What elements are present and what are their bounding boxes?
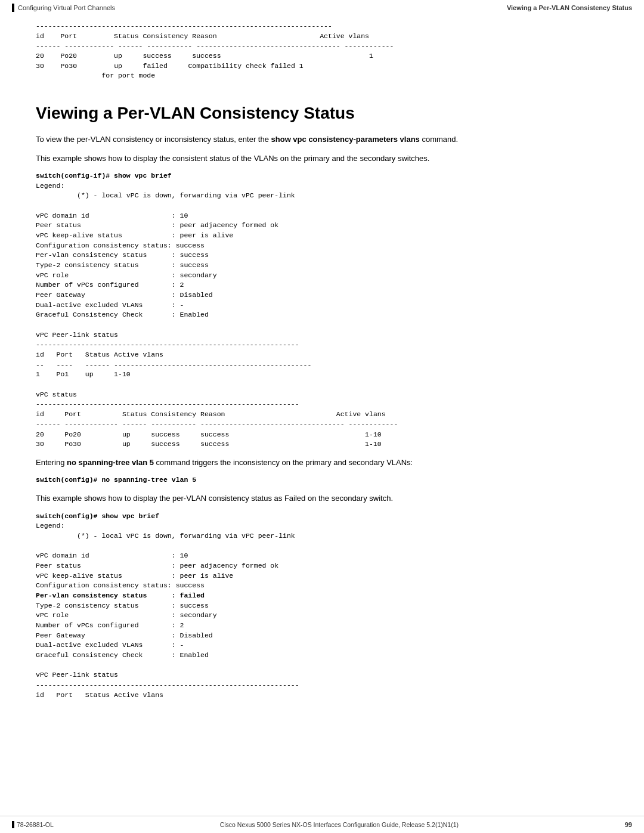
cb1-legend: Legend:	[36, 182, 64, 190]
footer-right-text: 99	[625, 821, 632, 828]
cb2-dual-active: Dual-active excluded VLANs : -	[36, 641, 184, 649]
cb1-peer-gw: Peer Gateway : Disabled	[36, 291, 213, 299]
footer-left: 78-26881-OL	[12, 821, 54, 828]
entering-bold: no spanning-tree vlan 5	[67, 458, 154, 467]
cb2-cmd: switch(config)# show vpc brief	[36, 512, 159, 520]
code-block2: switch(config)# show vpc brief Legend: (…	[36, 512, 608, 701]
top-code-table: ----------------------------------------…	[36, 21, 608, 81]
cb1-peerlink-col: id Port Status Active vlans	[36, 351, 163, 358]
footer-center-text: Cisco Nexus 5000 Series NX-OS Interfaces…	[54, 821, 625, 828]
top-separator: ----------------------------------------…	[36, 22, 332, 30]
cb1-vpc-domain: vPC domain id : 10	[36, 212, 188, 219]
cb2-peerlink-header: vPC Peer-link status	[36, 671, 118, 679]
header-bar: Configuring Virtual Port Channels Viewin…	[0, 0, 644, 16]
cb1-vpc-role: vPC role : secondary	[36, 271, 217, 279]
cb1-dual-active: Dual-active excluded VLANs : -	[36, 301, 184, 309]
cb2-per-vlan-line: Per-vlan consistency status : failed	[36, 592, 205, 599]
top-row1: 20 Po20 up success success 1	[36, 52, 373, 60]
cmd-line-text: switch(config)# no spanning-tree vlan 5	[36, 476, 196, 484]
cb1-config-consistency: Configuration consistency status: succes…	[36, 241, 205, 249]
cb2-peerlink-sep: ----------------------------------------…	[36, 681, 299, 689]
cb1-type2: Type-2 consistency status : success	[36, 261, 209, 269]
cb2-per-vlan-label: Per-vlan consistency status	[36, 592, 147, 599]
cb2-peer-status: Peer status : peer adjacency formed ok	[36, 562, 278, 569]
cb1-graceful: Graceful Consistency Check : Enabled	[36, 311, 209, 318]
top-table-dashes: ------ ------------ ------ ----------- -…	[36, 42, 394, 49]
footer-accent	[12, 821, 14, 828]
top-table-header: id Port Status Consistency Reason Active…	[36, 32, 369, 40]
cb2-legend-note: (*) - local vPC is down, forwarding via …	[36, 532, 295, 540]
cb1-vpc-row2: 30 Po30 up success success 1-10	[36, 440, 382, 448]
cb2-vpc-role: vPC role : secondary	[36, 611, 217, 619]
cb1-vpc-row1: 20 Po20 up success success 1-10	[36, 431, 382, 438]
cmd-line: switch(config)# no spanning-tree vlan 5	[36, 475, 608, 485]
header-left-text: Configuring Virtual Port Channels	[18, 4, 115, 11]
cb1-cmd: switch(config-if)# show vpc brief	[36, 172, 172, 179]
top-row2-consistency: failed	[143, 62, 167, 70]
cb1-vpc-status-header: vPC status	[36, 391, 77, 398]
cb1-peerlink-header: vPC Peer-link status	[36, 331, 118, 339]
header-accent	[12, 4, 14, 12]
cb2-keepalive: vPC keep-alive status : peer is alive	[36, 572, 233, 580]
example-text: This example shows how to display the pe…	[36, 493, 608, 504]
cb1-vpc-status-sep: ----------------------------------------…	[36, 400, 299, 408]
cb1-peer-status: Peer status : peer adjacency formed ok	[36, 221, 278, 229]
cb1-peerlink-row: 1 Po1 up 1-10	[36, 370, 131, 378]
cb1-peerlink-dash: -- ---- ------ -------------------------…	[36, 361, 311, 368]
main-content: Viewing a Per-VLAN Consistency Status To…	[0, 92, 644, 731]
section-heading: Viewing a Per-VLAN Consistency Status	[36, 104, 608, 123]
top-code-section: ----------------------------------------…	[0, 16, 644, 92]
cb1-vpc-status-dash: ------ ------------- ------ ----------- …	[36, 420, 398, 428]
cb2-num-vpcs: Number of vPCs configured : 2	[36, 621, 184, 629]
cb1-vpc-status-col: id Port Status Consistency Reason Active…	[36, 410, 386, 418]
cb2-peer-gw: Peer Gateway : Disabled	[36, 631, 213, 639]
cb1-num-vpcs: Number of vPCs configured : 2	[36, 281, 184, 289]
cb1-legend-note: (*) - local vPC is down, forwarding via …	[36, 191, 295, 199]
cb2-vpc-domain: vPC domain id : 10	[36, 552, 188, 559]
intro-paragraph2: This example shows how to display the co…	[36, 153, 608, 165]
intro-bold2: vlans	[400, 135, 420, 144]
cb2-graceful: Graceful Consistency Check : Enabled	[36, 651, 209, 659]
top-row2-id: 30	[36, 62, 44, 70]
cb2-per-vlan-value: : failed	[172, 592, 205, 599]
footer-left-text: 78-26881-OL	[17, 821, 54, 828]
cb1-keepalive: vPC keep-alive status : peer is alive	[36, 231, 233, 239]
header-left: Configuring Virtual Port Channels	[12, 4, 115, 12]
cb2-legend: Legend:	[36, 522, 64, 529]
page-container: Configuring Virtual Port Channels Viewin…	[0, 0, 644, 833]
header-right-text: Viewing a Per-VLAN Consistency Status	[507, 4, 632, 11]
entering-paragraph: Entering no spanning-tree vlan 5 command…	[36, 457, 608, 469]
top-row2-reason: Compatibility check failed 1	[188, 62, 303, 70]
footer: 78-26881-OL Cisco Nexus 5000 Series NX-O…	[0, 816, 644, 833]
top-row2-status: up	[114, 62, 122, 70]
top-row2-port: Po30	[60, 62, 77, 70]
intro-bold1: show vpc consistency-parameters	[271, 135, 398, 144]
cb2-peerlink-col: id Port Status Active vlans	[36, 691, 163, 699]
cb1-per-vlan: Per-vlan consistency status : success	[36, 251, 209, 259]
cb1-peerlink-sep: ----------------------------------------…	[36, 340, 299, 348]
intro-paragraph1: To view the per-VLAN consistency or inco…	[36, 134, 608, 145]
top-row2: 30 Po30 up failed Compatibility check fa…	[36, 62, 304, 80]
code-block1: switch(config-if)# show vpc brief Legend…	[36, 171, 608, 450]
top-row2-reason2: for port mode	[36, 72, 155, 79]
cb2-type2: Type-2 consistency status : success	[36, 602, 209, 609]
cb2-config-consistency: Configuration consistency status: succes…	[36, 581, 205, 589]
